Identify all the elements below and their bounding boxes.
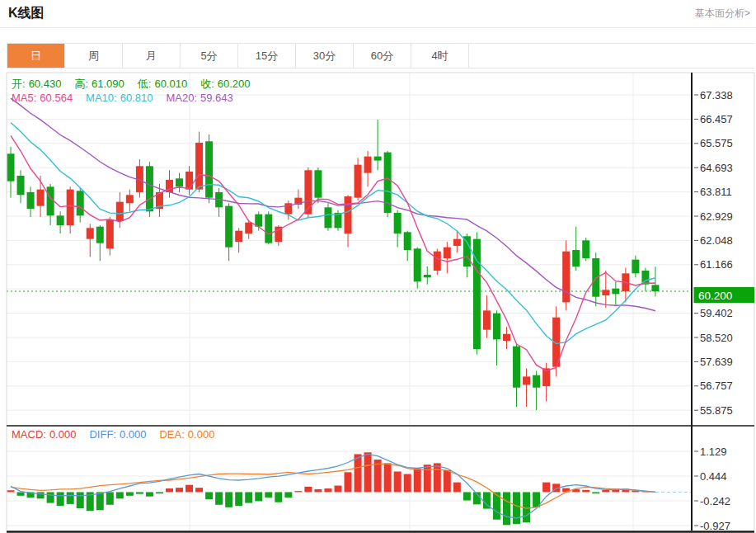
macd-bar [57, 492, 64, 506]
candle-body [394, 213, 401, 233]
ma20-line [11, 98, 655, 311]
macd-bar [116, 492, 124, 498]
candle-body [265, 215, 272, 243]
candle-body [245, 223, 252, 233]
candle-body [602, 290, 609, 295]
candle-body [453, 239, 461, 246]
candle-body [106, 219, 114, 248]
candle-body [17, 176, 25, 195]
candle-body [414, 248, 421, 281]
macd-bar [245, 492, 252, 502]
main-axis-label: 66.457 [700, 113, 733, 125]
candle-body [523, 376, 530, 384]
candle-body [562, 252, 570, 303]
macd-bar [463, 492, 471, 500]
macd-bar [205, 492, 213, 499]
candle-body [355, 165, 362, 198]
candle-body [364, 157, 372, 173]
macd-bar [47, 492, 54, 502]
macd-bar [384, 463, 392, 492]
candle-body [345, 196, 352, 233]
macd-bar [255, 492, 262, 501]
diff-value: DIFF:0.000 [89, 429, 146, 441]
open-value: 开:60.430 [12, 78, 61, 90]
main-axis-label: 62.048 [700, 234, 733, 247]
candle-body [374, 157, 382, 161]
macd-bar [602, 490, 609, 493]
macd-axis-label: 0.444 [700, 470, 727, 483]
candle-body [146, 166, 153, 211]
candle-body [57, 215, 64, 225]
macd-bar [314, 489, 322, 493]
candle-body [205, 141, 213, 197]
macd-bar [414, 469, 421, 492]
macd-bar [265, 492, 272, 498]
ohlc-legend: 开:60.430 高:61.090 低:60.010 收:60.200 [12, 78, 264, 90]
macd-bar [444, 470, 451, 493]
macd-bar [284, 492, 292, 498]
main-axis-label: 67.338 [700, 89, 733, 101]
high-value: 高:61.090 [74, 78, 124, 90]
macd-axis-label: 1.129 [700, 446, 727, 458]
macd-bar [7, 490, 15, 492]
candle-body [87, 228, 94, 238]
candle-body [434, 252, 441, 271]
candle-body [176, 178, 183, 186]
macd-bar [394, 471, 401, 492]
macd-bar [67, 492, 74, 503]
ma-legend: MA5:60.564 MA10:60.810 MA20:59.643 [12, 92, 247, 104]
macd-bar [106, 492, 114, 504]
candle-body [612, 289, 619, 295]
macd-bar [156, 492, 163, 493]
macd-bar [503, 492, 510, 525]
candle-body [195, 143, 203, 190]
candle-body [404, 232, 411, 250]
candle-body [7, 153, 15, 181]
main-axis-label: 63.811 [700, 186, 732, 198]
macd-bar [404, 474, 411, 493]
dea-value: DEA:0.000 [159, 429, 214, 441]
candle-body [483, 310, 491, 329]
macd-bar [334, 486, 341, 493]
candle-body [324, 207, 331, 228]
candle-body [126, 195, 134, 203]
candle-body [651, 285, 659, 291]
macd-bar [166, 488, 173, 492]
candle-body [314, 170, 322, 197]
main-axis-label: 55.875 [700, 404, 733, 417]
candle-body [77, 191, 84, 215]
main-axis-label: 58.520 [700, 332, 733, 344]
candle-body [582, 240, 589, 258]
main-axis-label: 62.929 [700, 210, 733, 223]
macd-bar [364, 452, 372, 492]
macd-bar [424, 465, 431, 492]
low-value: 低:60.010 [138, 78, 187, 90]
macd-bar [355, 454, 362, 492]
candle-body [572, 250, 580, 266]
candle-body [225, 206, 232, 248]
macd-bar [434, 463, 441, 492]
macd-axis-label: -0.242 [700, 495, 730, 507]
macd-bar [294, 491, 302, 492]
main-axis-label: 61.166 [700, 258, 733, 271]
macd-axis-label: -0.927 [700, 520, 730, 532]
candle-body [334, 213, 341, 228]
macd-bar [96, 492, 104, 510]
macd-bar [582, 490, 589, 493]
macd-bar [324, 488, 331, 492]
macd-bar [345, 472, 352, 492]
candle-body [513, 347, 520, 388]
macd-bar [146, 492, 153, 496]
ma20-value: MA20:59.643 [166, 92, 232, 104]
candle-body [96, 227, 104, 243]
macd-bar [513, 492, 520, 524]
macd-bar [592, 492, 599, 493]
macd-bar [195, 488, 203, 492]
macd-bar [225, 492, 232, 507]
main-axis-label: 65.575 [700, 137, 733, 149]
ma5-value: MA5:60.564 [12, 92, 73, 104]
candle-body [235, 231, 242, 242]
candle-body [463, 236, 471, 266]
macd-legend: MACD:0.000 DIFF:0.000 DEA:0.000 [12, 429, 228, 441]
ma10-value: MA10:60.810 [86, 92, 153, 104]
